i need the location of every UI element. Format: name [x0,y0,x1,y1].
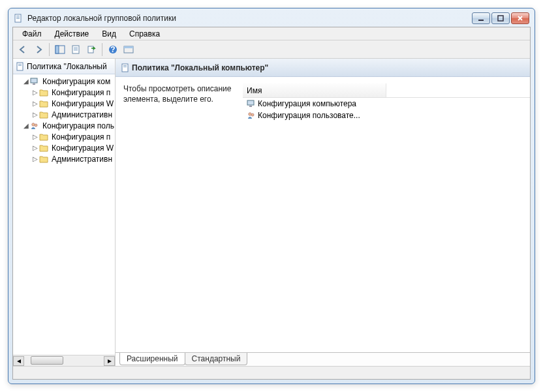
tree-node[interactable]: ▷Конфигурация W [13,142,115,153]
expander-icon[interactable]: ▷ [31,133,39,140]
scroll-right-icon[interactable]: ▸ [104,356,115,366]
properties-button[interactable] [69,42,83,57]
tree-node[interactable]: ▷Конфигурация п [13,131,115,142]
minimize-button[interactable] [472,12,490,24]
expander-icon[interactable]: ▷ [31,89,39,96]
scroll-track[interactable] [24,356,104,366]
list-item-label: Конфигурация пользовате... [258,111,360,120]
app-window: Редактор локальной групповой политики Фа… [8,8,535,384]
scroll-left-icon[interactable]: ◂ [13,356,24,366]
expander-icon[interactable]: ▷ [31,144,39,151]
help-button[interactable]: ? [106,42,120,57]
svg-rect-14 [88,46,93,53]
svg-rect-20 [18,64,22,65]
back-button[interactable] [16,42,30,57]
expander-icon[interactable]: ◢ [22,78,30,85]
svg-rect-4 [478,20,484,21]
tree-node[interactable]: ▷Конфигурация W [13,98,115,109]
tree-body: ◢Конфигурация ком▷Конфигурация п▷Конфигу… [13,74,115,355]
folder-icon [39,155,48,163]
tree-node[interactable]: ▷Административн [13,109,115,120]
tree-node[interactable]: ▷Административн [13,153,115,164]
tree-node[interactable]: ▷Конфигурация п [13,87,115,98]
folder-icon [39,89,48,97]
svg-rect-23 [33,83,35,85]
tree-label: Конфигурация п [50,88,110,97]
tree-root-label: Политика "Локальный [27,62,107,71]
tree-label: Конфигурация W [50,99,114,108]
scroll-thumb[interactable] [31,356,63,365]
menu-file[interactable]: Файл [16,28,48,40]
list-item-label: Конфигурация компьютера [258,99,356,108]
svg-rect-27 [123,65,127,66]
comp-icon [247,100,256,108]
tree-label: Конфигурация п [50,132,110,142]
tree-label: Административн [50,155,112,164]
svg-rect-1 [16,16,20,16]
menu-action[interactable]: Действие [48,28,96,40]
description-column: Чтобы просмотреть описание элемента, выд… [116,83,243,352]
list-items: Конфигурация компьютераКонфигурация поль… [243,98,530,121]
svg-rect-26 [122,64,128,72]
toolbar-sep [49,43,50,56]
tab-extended[interactable]: Расширенный [119,353,185,365]
folder-icon [39,144,48,152]
forward-button[interactable] [31,42,46,57]
description-text: Чтобы просмотреть описание элемента, выд… [123,84,231,104]
folder-icon [39,100,48,108]
svg-point-31 [249,113,251,115]
detail-pane: Политика "Локальный компьютер" Чтобы про… [116,59,530,366]
tree-header[interactable]: Политика "Локальный [13,59,115,74]
column-name[interactable]: Имя [243,83,386,97]
svg-text:?: ? [110,45,115,54]
tab-standard[interactable]: Стандартный [185,353,248,365]
expander-icon[interactable]: ▷ [31,111,39,118]
app-icon [14,14,23,23]
menu-help[interactable]: Справка [123,28,166,40]
tree-label: Конфигурация ком [41,77,110,86]
expander-icon[interactable]: ◢ [22,122,30,129]
toolbar-sep [102,43,102,56]
svg-rect-19 [17,63,23,70]
tree-label: Административн [50,110,112,119]
tree-pane: Политика "Локальный ◢Конфигурация ком▷Ко… [13,59,116,366]
export-button[interactable] [84,42,99,57]
svg-point-32 [251,113,254,116]
statusbar [13,366,530,379]
list-item[interactable]: Конфигурация компьютера [243,98,530,110]
svg-rect-22 [31,78,37,83]
svg-rect-5 [498,16,503,21]
maximize-button[interactable] [491,12,510,24]
menu-view[interactable]: Вид [95,28,123,40]
window-inner: Файл Действие Вид Справка ? Политика "Ло… [12,27,531,380]
tree-node[interactable]: ◢Конфигурация поль [13,120,115,131]
options-button[interactable] [121,42,136,57]
toolbar: ? [13,40,530,59]
window-controls [472,12,529,24]
svg-rect-30 [249,106,252,107]
list-column: Имя Конфигурация компьютераКонфигурация … [243,83,530,352]
svg-rect-18 [124,46,133,48]
detail-header: Политика "Локальный компьютер" [116,59,530,77]
view-tabs: Расширенный Стандартный [116,352,530,366]
user-icon [30,122,39,130]
detail-header-text: Политика "Локальный компьютер" [132,63,268,72]
folder-icon [39,133,48,141]
list-item[interactable]: Конфигурация пользовате... [243,110,530,121]
policy-icon [16,62,25,71]
list-header: Имя [243,83,530,98]
expander-icon[interactable]: ▷ [31,100,39,107]
svg-rect-9 [55,46,59,53]
close-button[interactable] [511,12,529,24]
svg-rect-28 [123,67,127,67]
svg-rect-10 [72,46,79,53]
svg-rect-21 [18,65,22,66]
show-hide-tree-button[interactable] [53,42,67,57]
tree-hscrollbar[interactable]: ◂ ▸ [13,355,115,366]
svg-point-25 [35,124,37,127]
expander-icon[interactable]: ▷ [31,155,39,162]
tree-node[interactable]: ◢Конфигурация ком [13,76,115,87]
titlebar: Редактор локальной групповой политики [12,12,531,27]
detail-body: Чтобы просмотреть описание элемента, выд… [116,77,530,352]
svg-point-24 [32,123,35,125]
